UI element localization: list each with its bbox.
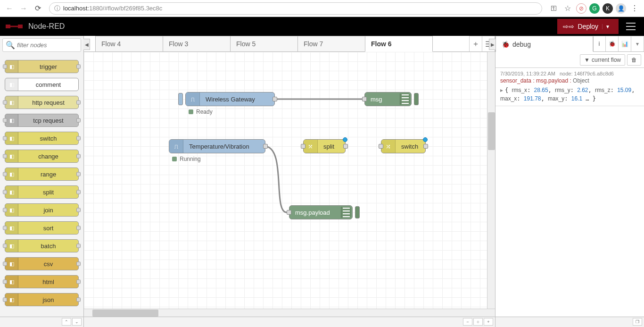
flow-tab[interactable]: Flow 6 xyxy=(365,36,433,52)
palette-node-label: range xyxy=(18,171,78,178)
palette-node-change[interactable]: ◧change xyxy=(5,150,79,163)
status-text: Ready xyxy=(196,109,213,115)
node-debug-msg[interactable]: msg xyxy=(364,92,412,106)
flow-tab[interactable]: Flow 5 xyxy=(230,36,298,51)
deploy-dropdown-caret[interactable]: ▼ xyxy=(602,24,613,29)
debug-window-button[interactable]: ❐ xyxy=(633,318,642,326)
browser-toolbar: ← → ⟳ ⓘ localhost: 1880/#flow/bf269f85.3… xyxy=(0,0,644,17)
input-port[interactable] xyxy=(362,97,367,101)
palette-node-csv[interactable]: ◧csv xyxy=(5,257,79,270)
sidebar-tab-info[interactable]: i xyxy=(593,36,606,51)
canvas-vertical-scrollbar[interactable] xyxy=(487,52,495,309)
node-label: msg xyxy=(365,96,388,103)
extension-icon-3[interactable]: K xyxy=(603,3,613,14)
bug-icon: 🐞 xyxy=(502,41,510,48)
sidebar-tab-label: debug xyxy=(512,41,531,48)
node-split[interactable]: ⤱ split xyxy=(303,139,346,153)
palette-collapse-up-button[interactable]: ⌃ xyxy=(62,318,71,326)
palette-expand-down-button[interactable]: ⌄ xyxy=(72,318,82,326)
sidebar-tab-chart[interactable]: 📊 xyxy=(618,36,631,51)
palette-node-label: change xyxy=(18,153,78,160)
flow-tab[interactable]: Flow 4 xyxy=(95,36,163,51)
palette-node-batch[interactable]: ◧batch xyxy=(5,239,79,252)
node-type-icon: ◧ xyxy=(5,96,18,109)
debug-toggle-button[interactable] xyxy=(414,93,419,105)
extension-icon-2[interactable]: G xyxy=(589,3,600,14)
node-switch[interactable]: ⤭ switch xyxy=(381,139,426,153)
debug-messages[interactable]: 7/30/2019, 11:39:22 AM node: 146f79c6.a8… xyxy=(495,68,644,317)
zoom-out-button[interactable]: − xyxy=(463,318,472,326)
flow-canvas[interactable]: ⎍ Wireless Gateway Ready msg xyxy=(84,52,495,317)
palette-node-http-request[interactable]: ◧http request xyxy=(5,96,79,109)
node-wireless-gateway[interactable]: ⎍ Wireless Gateway Ready xyxy=(185,92,275,106)
palette-node-html[interactable]: ◧html xyxy=(5,275,79,288)
debug-message[interactable]: 7/30/2019, 11:39:22 AM node: 146f79c6.a8… xyxy=(495,68,644,106)
deploy-button[interactable]: ⇨⇨ Deploy ▼ xyxy=(557,19,619,34)
output-port[interactable] xyxy=(423,144,428,149)
hamburger-menu-button[interactable] xyxy=(622,18,639,35)
palette-node-label: json xyxy=(18,296,78,303)
key-icon[interactable]: ⚿ xyxy=(548,3,559,14)
palette-filter-input[interactable] xyxy=(17,42,78,49)
flow-tab[interactable]: Flow 3 xyxy=(163,36,231,51)
input-port[interactable] xyxy=(287,210,291,215)
app-header: Node-RED ⇨⇨ Deploy ▼ xyxy=(0,17,644,36)
bookmark-star-icon[interactable]: ☆ xyxy=(562,3,573,14)
input-port[interactable] xyxy=(379,144,383,149)
browser-menu-button[interactable]: ⋮ xyxy=(629,3,640,14)
right-sidebar: ▶ 🐞 debug i 🐞 📊 ▾ ▼ current flow 🗑 xyxy=(495,36,644,327)
switch-icon: ⤭ xyxy=(381,140,396,153)
browser-forward-button[interactable]: → xyxy=(18,3,29,14)
palette-collapse-toggle[interactable]: ◀ xyxy=(83,39,90,50)
palette-node-sort[interactable]: ◧sort xyxy=(5,221,79,235)
canvas-horizontal-scrollbar[interactable] xyxy=(84,309,495,317)
palette-node-trigger[interactable]: ◧trigger xyxy=(5,60,79,73)
debug-filter-button[interactable]: ▼ current flow xyxy=(580,54,625,66)
palette-node-comment[interactable]: ◧comment xyxy=(5,78,79,91)
palette-node-label: switch xyxy=(18,135,78,142)
node-label: msg.payload xyxy=(289,209,336,216)
browser-reload-button[interactable]: ⟳ xyxy=(32,3,43,14)
node-label: split xyxy=(318,143,340,150)
palette-footer: ⌃ ⌄ xyxy=(0,317,83,327)
debug-msg-body[interactable]: ▸{ rms_x: 28.65, rms_y: 2.62, rms_z: 15.… xyxy=(500,86,639,103)
input-port[interactable] xyxy=(301,144,305,149)
node-debug-payload[interactable]: msg.payload xyxy=(289,205,353,219)
palette-node-join[interactable]: ◧join xyxy=(5,203,79,217)
debug-clear-button[interactable]: 🗑 xyxy=(627,54,641,66)
palette-node-tcp-request[interactable]: ◧tcp request xyxy=(5,114,79,127)
palette-filter[interactable]: 🔍 xyxy=(2,38,81,52)
status-dot-icon xyxy=(172,157,177,161)
inject-button[interactable] xyxy=(178,93,183,105)
debug-toggle-button[interactable] xyxy=(355,206,360,218)
profile-avatar-icon[interactable]: 👤 xyxy=(616,3,626,14)
filter-icon: ▼ xyxy=(584,57,590,63)
flow-tab[interactable]: Flow 7 xyxy=(297,36,365,51)
palette-node-range[interactable]: ◧range xyxy=(5,168,79,181)
node-type-icon: ◧ xyxy=(5,293,18,306)
site-info-icon[interactable]: ⓘ xyxy=(54,4,60,13)
sidebar-collapse-toggle[interactable]: ▶ xyxy=(489,39,495,50)
palette-node-split[interactable]: ◧split xyxy=(5,185,79,199)
sidebar-tab-debug-icon[interactable]: 🐞 xyxy=(605,36,619,51)
add-flow-button[interactable]: ＋ xyxy=(469,36,482,51)
extension-icon-1[interactable]: ⊘ xyxy=(576,3,586,14)
nodered-logo-icon xyxy=(5,21,24,32)
expand-caret-icon[interactable]: ▸ xyxy=(500,87,503,93)
address-bar[interactable]: ⓘ localhost: 1880/#flow/bf269f85.3ec8c xyxy=(49,2,542,15)
output-port[interactable] xyxy=(263,144,268,149)
output-port[interactable] xyxy=(343,144,348,149)
zoom-in-button[interactable]: + xyxy=(484,318,493,326)
node-type-icon: ◧ xyxy=(5,258,18,270)
palette-node-label: csv xyxy=(18,260,78,268)
output-port[interactable] xyxy=(272,97,277,101)
browser-back-button[interactable]: ← xyxy=(4,3,15,14)
zoom-reset-button[interactable]: ○ xyxy=(473,318,483,326)
node-temperature-vibration[interactable]: ⎍ Temperature/Vibration Running xyxy=(169,139,265,153)
palette-node-json[interactable]: ◧json xyxy=(5,293,79,306)
palette-node-switch[interactable]: ◧switch xyxy=(5,132,79,145)
node-type-icon: ◧ xyxy=(5,78,18,91)
sidebar-tab-more[interactable]: ▾ xyxy=(631,36,644,51)
sidebar-tab-debug[interactable]: 🐞 debug xyxy=(495,36,594,52)
debug-msg-time: 7/30/2019, 11:39:22 AM xyxy=(500,71,555,76)
